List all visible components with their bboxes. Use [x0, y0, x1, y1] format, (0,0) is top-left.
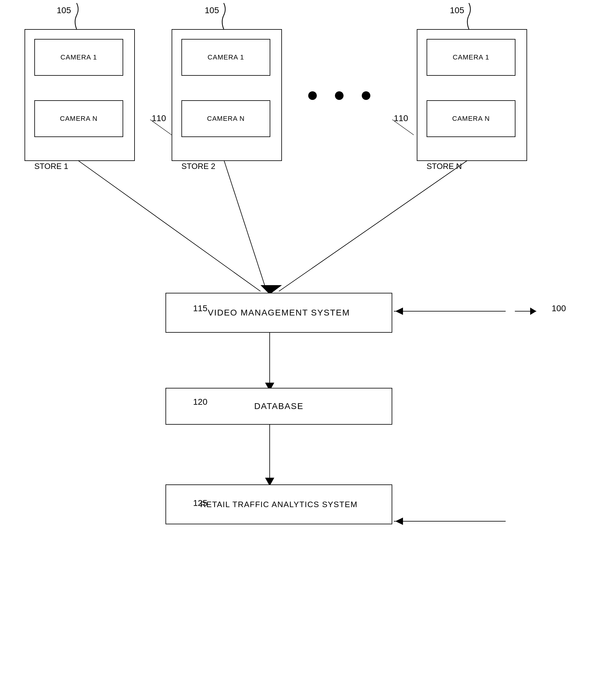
diagram: CAMERA 1 CAMERA N STORE 1 CAMERA 1 CAMER…: [0, 0, 608, 700]
ref-125: 125: [193, 498, 207, 508]
store2-box: CAMERA 1 CAMERA N STORE 2: [172, 29, 282, 161]
svg-line-0: [77, 160, 261, 291]
store2-camera1-box: CAMERA 1: [182, 39, 270, 76]
storeN-camera1-label: CAMERA 1: [453, 53, 489, 61]
ref-120: 120: [193, 397, 207, 407]
store2-cameraN-label: CAMERA N: [207, 115, 245, 123]
store1-box: CAMERA 1 CAMERA N STORE 1: [24, 29, 135, 161]
db-label: DATABASE: [254, 401, 303, 411]
ref-110-2: 110: [394, 113, 408, 123]
ref-110-1: 110: [152, 113, 166, 123]
store2-cameraN-box: CAMERA N: [182, 100, 270, 137]
store1-camera1-box: CAMERA 1: [34, 39, 123, 76]
ref-105-2: 105: [205, 5, 219, 15]
store2-camera1-label: CAMERA 1: [207, 53, 244, 61]
svg-line-1: [224, 160, 267, 291]
store-ellipsis: ● ● ●: [306, 83, 377, 106]
ref-100: 100: [552, 303, 566, 313]
storeN-cameraN-label: CAMERA N: [452, 115, 490, 123]
store1-camera1-label: CAMERA 1: [60, 53, 97, 61]
storeN-box: CAMERA 1 CAMERA N STORE N: [417, 29, 527, 161]
storeN-cameraN-box: CAMERA N: [426, 100, 515, 137]
ref-105-3: 105: [450, 5, 464, 15]
store1-cameraN-label: CAMERA N: [60, 115, 98, 123]
storeN-camera1-box: CAMERA 1: [426, 39, 515, 76]
storeN-label: STORE N: [426, 162, 462, 171]
store2-label: STORE 2: [182, 162, 215, 171]
rtas-label: RETAIL TRAFFIC ANALYTICS SYSTEM: [200, 500, 358, 509]
svg-line-2: [279, 160, 469, 291]
store1-cameraN-box: CAMERA N: [34, 100, 123, 137]
ref-105-1: 105: [57, 5, 71, 15]
svg-marker-9: [395, 308, 403, 315]
svg-marker-13: [395, 518, 403, 525]
ref-115: 115: [193, 303, 207, 313]
store1-label: STORE 1: [34, 162, 68, 171]
svg-marker-11: [530, 308, 536, 315]
vms-label: VIDEO MANAGEMENT SYSTEM: [208, 308, 350, 318]
